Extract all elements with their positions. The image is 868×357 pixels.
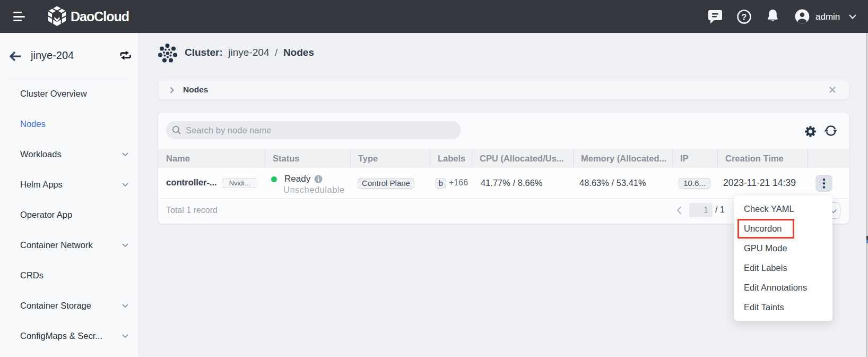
svg-text:?: ? [742,13,747,22]
